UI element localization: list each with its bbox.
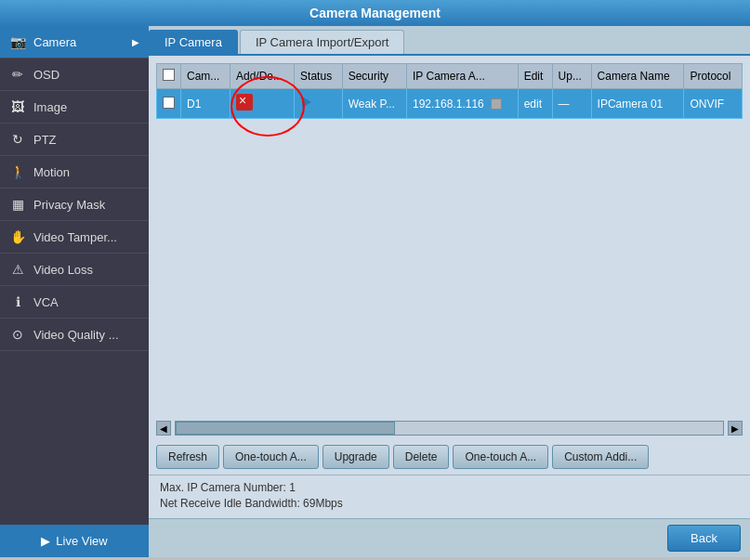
max-cameras-text: Max. IP Camera Number: 1 <box>160 481 739 494</box>
title-bar: Camera Management <box>0 0 750 26</box>
sidebar-label-video-quality: Video Quality ... <box>33 328 119 342</box>
upgrade-button[interactable]: Upgrade <box>322 445 389 469</box>
live-view-icon: ▶ <box>41 534 50 548</box>
col-ip-address: IP Camera A... <box>407 64 519 89</box>
row-channel: D1 <box>181 89 230 119</box>
col-add-delete: Add/De... <box>230 64 295 89</box>
col-security: Security <box>342 64 406 89</box>
row-checkbox[interactable] <box>157 89 181 119</box>
chevron-right-icon: ▶ <box>132 37 139 47</box>
play-status-icon <box>302 97 311 108</box>
content-area: IP Camera IP Camera Import/Export Cam...… <box>149 26 750 557</box>
image-icon: 🖼 <box>9 99 26 114</box>
sidebar-item-ptz[interactable]: ↻ PTZ <box>0 124 149 156</box>
row-delete-btn[interactable] <box>230 89 295 119</box>
sidebar-label-camera: Camera <box>33 35 76 49</box>
video-loss-icon: ⚠ <box>9 262 26 277</box>
sidebar-item-video-loss[interactable]: ⚠ Video Loss <box>0 254 149 286</box>
bandwidth-text: Net Receive Idle Bandwidth: 69Mbps <box>160 497 739 510</box>
col-edit: Edit <box>518 64 552 89</box>
title-text: Camera Management <box>309 6 441 20</box>
scroll-thumb[interactable] <box>176 422 395 435</box>
sidebar-item-osd[interactable]: ✏ OSD <box>0 59 149 91</box>
action-buttons: Refresh One-touch A... Upgrade Delete On… <box>149 441 750 475</box>
footer-info: Max. IP Camera Number: 1 Net Receive Idl… <box>149 475 750 518</box>
sidebar-item-privacy-mask[interactable]: ▦ Privacy Mask <box>0 189 149 221</box>
sidebar-item-motion[interactable]: 🚶 Motion <box>0 156 149 189</box>
custom-add-button[interactable]: Custom Addi... <box>552 445 649 469</box>
sidebar-label-vca: VCA <box>33 295 59 309</box>
delete-button[interactable]: Delete <box>393 445 450 469</box>
tabs-bar: IP Camera IP Camera Import/Export <box>149 26 750 56</box>
bottom-bar: Back <box>149 518 750 557</box>
video-tamper-icon: ✋ <box>9 229 26 244</box>
row-status[interactable] <box>295 89 343 119</box>
col-channel: Cam... <box>181 64 230 89</box>
edit-ip-icon[interactable] <box>491 98 502 110</box>
col-upgrade: Up... <box>552 64 591 89</box>
sidebar-item-video-tamper[interactable]: ✋ Video Tamper... <box>0 221 149 254</box>
sidebar-label-video-loss: Video Loss <box>33 263 93 277</box>
sidebar-label-video-tamper: Video Tamper... <box>33 230 117 244</box>
sidebar-label-image: Image <box>33 100 67 114</box>
row-camera-name: IPCamera 01 <box>591 89 684 119</box>
back-button[interactable]: Back <box>667 525 741 552</box>
row-protocol: ONVIF <box>684 89 743 119</box>
video-quality-icon: ⊙ <box>9 327 26 342</box>
col-checkbox <box>157 64 181 89</box>
osd-icon: ✏ <box>9 67 26 82</box>
ptz-icon: ↻ <box>9 132 26 147</box>
delete-row-icon[interactable] <box>236 94 253 111</box>
col-status: Status <box>295 64 343 89</box>
scroll-right-arrow[interactable]: ▶ <box>728 421 743 436</box>
col-protocol: Protocol <box>684 64 743 89</box>
tab-ip-camera[interactable]: IP Camera <box>149 30 238 54</box>
row-security: Weak P... <box>342 89 406 119</box>
live-view-button[interactable]: ▶ Live View <box>0 525 149 557</box>
sidebar-label-motion: Motion <box>33 165 70 179</box>
table-row: D1 Weak P... 192.168.1.116 edit — IPCame… <box>157 89 743 119</box>
col-camera-name: Camera Name <box>591 64 684 89</box>
sidebar-label-osd: OSD <box>33 68 59 82</box>
camera-table: Cam... Add/De... Status Security IP Came… <box>156 63 743 119</box>
row-ip-address: 192.168.1.116 <box>407 89 519 119</box>
refresh-button[interactable]: Refresh <box>156 445 219 469</box>
tab-ip-camera-import-export[interactable]: IP Camera Import/Export <box>240 30 405 54</box>
sidebar-item-image[interactable]: 🖼 Image <box>0 91 149 124</box>
vca-icon: ℹ <box>9 294 26 309</box>
row-edit[interactable]: edit <box>518 89 552 119</box>
sidebar-item-vca[interactable]: ℹ VCA <box>0 286 149 319</box>
one-touch-activate-button-2[interactable]: One-touch A... <box>453 445 548 469</box>
sidebar-label-privacy-mask: Privacy Mask <box>33 198 105 212</box>
row-upgrade: — <box>552 89 591 119</box>
sidebar-item-camera[interactable]: 📷 Camera ▶ <box>0 26 149 59</box>
horizontal-scrollbar[interactable]: ◀ ▶ <box>149 421 750 436</box>
motion-icon: 🚶 <box>9 164 26 179</box>
table-container: Cam... Add/De... Status Security IP Came… <box>149 56 750 421</box>
scroll-left-arrow[interactable]: ◀ <box>156 421 171 436</box>
sidebar-label-ptz: PTZ <box>33 133 57 147</box>
sidebar-item-video-quality[interactable]: ⊙ Video Quality ... <box>0 319 149 351</box>
sidebar: 📷 Camera ▶ ✏ OSD 🖼 Image ↻ PTZ 🚶 Motion … <box>0 26 149 557</box>
camera-icon: 📷 <box>9 34 26 49</box>
one-touch-activate-button-1[interactable]: One-touch A... <box>223 445 319 469</box>
scroll-track[interactable] <box>175 421 724 436</box>
live-view-label: Live View <box>56 534 107 548</box>
privacy-mask-icon: ▦ <box>9 197 26 212</box>
